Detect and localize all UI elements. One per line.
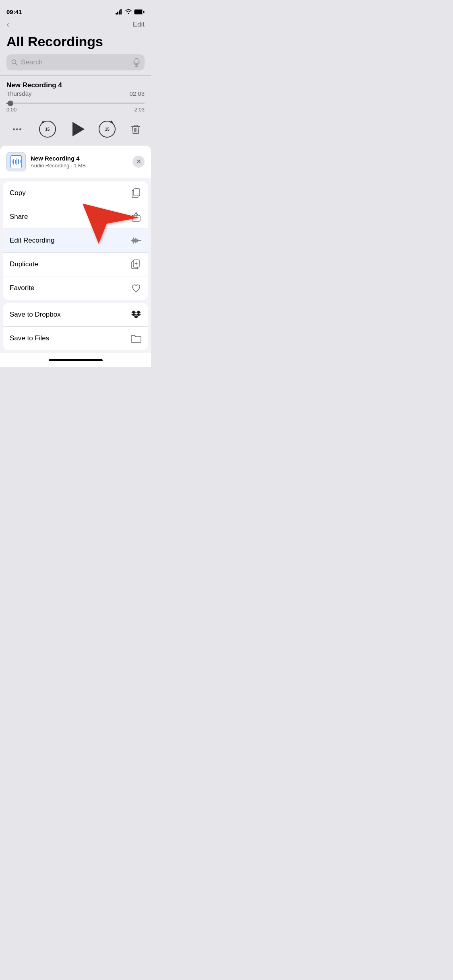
share-header: New Recording 4 Audio Recording · 1 MB ✕ <box>0 146 151 178</box>
recording-item-expanded: New Recording 4 Thursday 02:03 0:00 -2:0… <box>0 75 151 146</box>
recording-date: Thursday <box>6 90 32 97</box>
home-bar <box>49 359 103 361</box>
wl1 <box>12 160 12 163</box>
menu-item-duplicate[interactable]: Duplicate <box>3 253 148 276</box>
duplicate-icon <box>131 259 141 270</box>
wl5 <box>18 159 19 164</box>
dot3 <box>19 128 21 130</box>
dot1 <box>13 128 15 130</box>
nav-bar: ‹ Edit <box>0 18 151 33</box>
svg-rect-5 <box>134 10 142 14</box>
progress-thumb <box>8 101 13 106</box>
rewind-label: 15 <box>45 127 50 132</box>
forward-button[interactable]: 15 <box>99 121 116 138</box>
playback-controls: 15 15 <box>6 114 145 144</box>
wl4 <box>17 158 17 165</box>
back-button[interactable]: ‹ <box>6 19 9 30</box>
more-options-button[interactable] <box>10 127 25 132</box>
menu-section-main: Copy Share <box>3 181 148 300</box>
svg-line-8 <box>16 64 18 66</box>
share-file-text: New Recording 4 Audio Recording · 1 MB <box>31 155 86 169</box>
trash-icon <box>130 123 141 135</box>
edit-button[interactable]: Edit <box>133 21 145 29</box>
search-bar[interactable]: Search <box>6 54 145 70</box>
share-label: Share <box>10 213 28 221</box>
wl3 <box>15 160 16 164</box>
page-title: All Recordings <box>0 33 151 54</box>
progress-bar[interactable]: 0:00 -2:03 <box>6 103 145 113</box>
signal-icon <box>116 9 123 14</box>
dot2 <box>16 128 18 130</box>
progress-track <box>6 103 145 104</box>
menu-item-dropbox[interactable]: Save to Dropbox <box>3 303 148 327</box>
status-time: 09:41 <box>6 8 22 15</box>
share-file-info: New Recording 4 Audio Recording · 1 MB <box>6 152 86 171</box>
recording-meta: Thursday 02:03 <box>6 90 145 97</box>
dropbox-icon <box>131 309 141 320</box>
play-icon <box>72 122 85 136</box>
copy-icon <box>131 188 141 198</box>
search-icon <box>11 59 18 66</box>
home-indicator <box>0 353 151 367</box>
share-sheet: New Recording 4 Audio Recording · 1 MB ✕… <box>0 146 151 367</box>
close-icon: ✕ <box>136 159 141 165</box>
folder-icon <box>131 333 141 344</box>
menu-item-favorite[interactable]: Favorite <box>3 276 148 300</box>
svg-rect-0 <box>116 13 117 14</box>
share-file-name: New Recording 4 <box>31 155 86 162</box>
microphone-icon <box>133 58 140 67</box>
menu-wrapper: Copy Share <box>0 181 151 350</box>
battery-icon <box>134 9 145 14</box>
svg-rect-3 <box>120 9 122 14</box>
favorite-label: Favorite <box>10 284 34 292</box>
menu-item-edit-recording[interactable]: Edit Recording <box>3 229 148 253</box>
share-file-meta: Audio Recording · 1 MB <box>31 163 86 169</box>
menu-item-share[interactable]: Share <box>3 205 148 229</box>
svg-rect-6 <box>143 11 145 13</box>
file-icon <box>6 152 26 171</box>
rewind-arrow <box>41 120 44 124</box>
wifi-icon <box>125 9 132 14</box>
remaining-time: -2:03 <box>132 107 145 113</box>
edit-recording-label: Edit Recording <box>10 237 55 245</box>
status-icons <box>116 9 145 14</box>
heart-icon <box>131 283 141 293</box>
close-button[interactable]: ✕ <box>132 156 145 168</box>
current-time: 0:00 <box>6 107 17 113</box>
file-icon-inner <box>10 155 22 168</box>
forward-label: 15 <box>105 127 110 132</box>
play-button[interactable] <box>70 122 85 136</box>
dropbox-label: Save to Dropbox <box>10 311 61 319</box>
status-bar: 09:41 <box>0 0 151 18</box>
save-files-label: Save to Files <box>10 334 49 342</box>
rewind-button[interactable]: 15 <box>39 121 56 138</box>
menu-item-copy[interactable]: Copy <box>3 181 148 205</box>
wl6 <box>20 160 21 163</box>
svg-rect-9 <box>135 58 138 64</box>
menu-section-external: Save to Dropbox Save to Files <box>3 303 148 350</box>
waveform-edit-icon <box>131 235 141 246</box>
recording-duration: 02:03 <box>129 90 145 97</box>
svg-rect-1 <box>117 12 118 14</box>
recording-title: New Recording 4 <box>6 81 145 89</box>
svg-rect-2 <box>119 10 120 14</box>
copy-label: Copy <box>10 189 26 197</box>
waveform-icon <box>12 158 21 165</box>
svg-rect-17 <box>134 189 140 196</box>
duplicate-label: Duplicate <box>10 260 38 268</box>
search-placeholder: Search <box>21 58 130 66</box>
wl2 <box>13 159 14 165</box>
forward-arrow <box>110 120 114 124</box>
menu-item-save-files[interactable]: Save to Files <box>3 327 148 350</box>
delete-button[interactable] <box>130 123 141 135</box>
progress-times: 0:00 -2:03 <box>6 107 145 113</box>
share-icon <box>131 212 141 222</box>
